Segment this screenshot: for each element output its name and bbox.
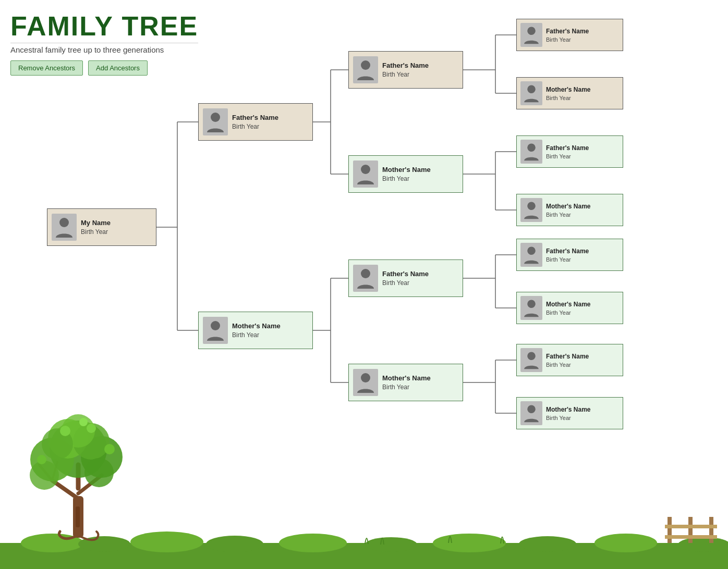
person-info-mfm: Mother's Name Birth Year <box>546 301 591 316</box>
svg-point-53 <box>678 537 728 552</box>
person-me[interactable]: My Name Birth Year <box>47 208 156 246</box>
person-name-ff: Father's Name <box>382 61 429 69</box>
svg-point-38 <box>527 202 536 210</box>
svg-point-82 <box>79 418 88 426</box>
person-info-ffm: Mother's Name Birth Year <box>546 86 591 101</box>
person-name-mf: Father's Name <box>382 270 429 278</box>
person-ff[interactable]: Father's Name Birth Year <box>348 51 463 89</box>
svg-point-77 <box>30 461 59 490</box>
svg-point-40 <box>527 300 536 308</box>
person-info-mm: Mother's Name Birth Year <box>382 374 431 391</box>
person-year-mm: Birth Year <box>382 384 431 391</box>
person-info-father: Father's Name Birth Year <box>232 114 278 130</box>
svg-rect-59 <box>709 517 713 543</box>
avatar-fmm <box>520 198 542 222</box>
avatar-mf <box>353 265 378 292</box>
svg-rect-60 <box>665 525 717 528</box>
avatar-ffm <box>520 81 542 105</box>
person-mmf[interactable]: Father's Name Birth Year <box>516 344 623 376</box>
person-name-mmm: Mother's Name <box>546 406 591 413</box>
person-year-ff: Birth Year <box>382 71 429 78</box>
svg-point-42 <box>527 405 536 413</box>
svg-point-81 <box>37 455 46 464</box>
avatar-fff <box>520 23 542 47</box>
person-ffm[interactable]: Mother's Name Birth Year <box>516 77 623 109</box>
person-name-ffm: Mother's Name <box>546 86 591 93</box>
svg-point-35 <box>527 27 536 35</box>
person-mfm[interactable]: Mother's Name Birth Year <box>516 292 623 324</box>
person-name-mfm: Mother's Name <box>546 301 591 308</box>
svg-point-51 <box>519 536 576 552</box>
svg-point-30 <box>211 321 220 330</box>
avatar-me <box>52 214 77 241</box>
tree-decoration <box>10 402 156 548</box>
svg-point-34 <box>361 373 370 382</box>
person-info-fm: Mother's Name Birth Year <box>382 166 431 182</box>
svg-point-50 <box>433 534 506 552</box>
person-name-fff: Father's Name <box>546 28 589 35</box>
person-mm[interactable]: Mother's Name Birth Year <box>348 364 463 401</box>
person-year-mff: Birth Year <box>546 256 589 263</box>
person-year-mmm: Birth Year <box>546 415 591 421</box>
person-info-ff: Father's Name Birth Year <box>382 61 429 78</box>
avatar-ff <box>353 56 378 83</box>
person-name-father: Father's Name <box>232 114 278 121</box>
person-fm[interactable]: Mother's Name Birth Year <box>348 155 463 193</box>
svg-point-52 <box>594 534 657 552</box>
svg-point-31 <box>361 60 370 70</box>
person-fff[interactable]: Father's Name Birth Year <box>516 19 623 51</box>
person-year-fmf: Birth Year <box>546 153 589 159</box>
person-name-fmf: Father's Name <box>546 144 589 152</box>
svg-point-37 <box>527 143 536 152</box>
avatar-mmm <box>520 401 542 425</box>
person-info-mff: Father's Name Birth Year <box>546 248 589 263</box>
person-fmm[interactable]: Mother's Name Birth Year <box>516 194 623 226</box>
person-info-fmf: Father's Name Birth Year <box>546 144 589 159</box>
svg-point-47 <box>206 536 263 552</box>
svg-point-39 <box>527 246 536 255</box>
svg-rect-57 <box>668 517 672 543</box>
person-year-fm: Birth Year <box>382 175 431 182</box>
person-mff[interactable]: Father's Name Birth Year <box>516 239 623 271</box>
person-fmf[interactable]: Father's Name Birth Year <box>516 135 623 168</box>
avatar-mmf <box>520 348 542 372</box>
person-year-ffm: Birth Year <box>546 95 591 101</box>
svg-rect-58 <box>688 517 693 543</box>
svg-point-41 <box>527 352 536 360</box>
person-year-me: Birth Year <box>81 228 111 236</box>
svg-point-80 <box>104 444 115 454</box>
person-year-mmf: Birth Year <box>546 362 589 368</box>
person-name-mff: Father's Name <box>546 248 589 255</box>
avatar-mother <box>203 317 228 344</box>
person-info-mf: Father's Name Birth Year <box>382 270 429 287</box>
avatar-fm <box>353 160 378 188</box>
avatar-mfm <box>520 296 542 320</box>
svg-point-78 <box>60 426 70 436</box>
person-info-mmm: Mother's Name Birth Year <box>546 406 591 421</box>
person-year-mother: Birth Year <box>232 331 281 339</box>
svg-point-49 <box>365 537 417 552</box>
avatar-father <box>203 108 228 135</box>
svg-point-76 <box>84 458 114 487</box>
person-info-fmm: Mother's Name Birth Year <box>546 203 591 218</box>
person-year-fff: Birth Year <box>546 36 589 43</box>
person-mf[interactable]: Father's Name Birth Year <box>348 259 463 297</box>
svg-point-32 <box>361 165 370 174</box>
person-name-mmf: Father's Name <box>546 353 589 360</box>
person-mmm[interactable]: Mother's Name Birth Year <box>516 397 623 429</box>
svg-point-79 <box>87 424 96 433</box>
person-father[interactable]: Father's Name Birth Year <box>198 103 313 141</box>
person-year-fmm: Birth Year <box>546 212 591 218</box>
svg-point-48 <box>279 534 347 552</box>
person-info-me: My Name Birth Year <box>81 219 111 236</box>
avatar-mm <box>353 369 378 396</box>
person-info-mother: Mother's Name Birth Year <box>232 322 281 339</box>
person-year-father: Birth Year <box>232 123 278 130</box>
svg-point-33 <box>361 269 370 278</box>
avatar-mff <box>520 243 542 267</box>
person-info-fff: Father's Name Birth Year <box>546 28 589 43</box>
svg-rect-61 <box>665 535 717 539</box>
person-name-mother: Mother's Name <box>232 322 281 330</box>
person-mother[interactable]: Mother's Name Birth Year <box>198 312 313 349</box>
avatar-fmf <box>520 140 542 164</box>
